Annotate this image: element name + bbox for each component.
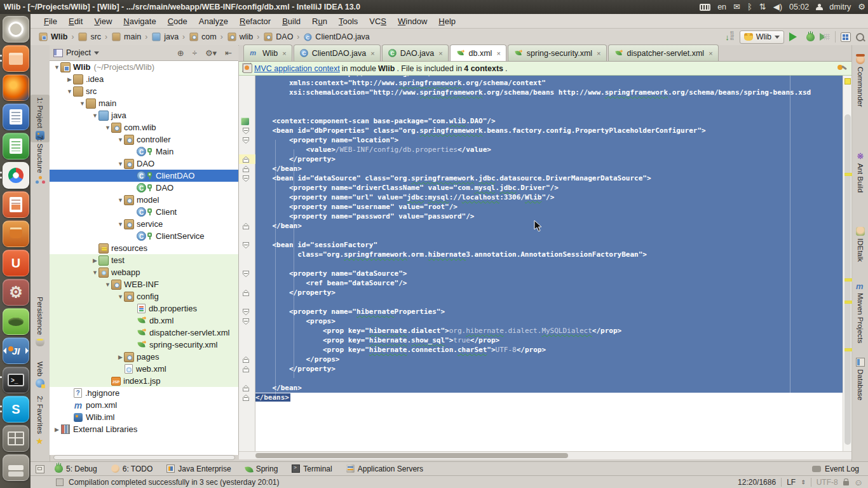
debug-button[interactable] [806,33,815,41]
volume-icon[interactable]: ◀) [773,0,782,14]
tree-expanded-arrow[interactable]: ▼ [92,269,98,276]
libreoffice-writer-launcher-icon[interactable] [3,104,29,130]
keyboard-layout-icon[interactable] [700,4,710,11]
dash-home-launcher-icon[interactable] [3,16,29,43]
code-line[interactable]: </beans> [255,393,843,402]
tree-item-Wlib[interactable]: ▼Wlib(~/Projects/Wlib) [50,61,238,73]
toolwindow-anchor-icon[interactable] [36,465,44,473]
project-structure-button[interactable] [841,32,851,42]
tree-item-web.xml[interactable]: web.xml [50,363,238,375]
warning-tick-icon[interactable] [844,301,852,304]
tree-expanded-arrow[interactable]: ▼ [117,221,124,227]
code-line[interactable]: </property> [255,288,843,297]
tree-item-DAO[interactable]: CDAO [50,182,238,194]
menu-tools[interactable]: Tools [333,17,363,26]
chromium-launcher-icon[interactable] [3,162,29,189]
menu-help[interactable]: Help [433,17,461,26]
code-line[interactable]: <context:component-scan base-package="co… [255,116,843,126]
menu-build[interactable]: Build [276,17,306,26]
tree-item-WEB-INF[interactable]: ▼WEB-INF [50,278,238,290]
tree-item-.hgignore[interactable]: .hgignore [50,387,238,399]
tree-item-resources[interactable]: resources [50,242,238,254]
code-line[interactable]: <property name="dataSource"> [255,269,843,278]
bluetooth-icon[interactable]: ᛒ [747,0,752,14]
breadcrumb-item-main[interactable]: main [110,32,142,42]
tool-stripe-web[interactable]: Web [31,359,50,390]
update-project-icon[interactable]: ↓ [725,32,735,42]
code-line[interactable] [255,97,843,107]
ubuntu-one-launcher-icon[interactable]: U [3,250,29,276]
line-separator[interactable]: LF [787,478,796,487]
code-line[interactable]: <property name="location"> [255,135,843,145]
tool-stripe-idetalk[interactable]: IDEtalk [852,224,868,264]
tree-item-ClientService[interactable]: CClientService [50,230,238,242]
system-settings-launcher-icon[interactable]: ⚙ [3,279,29,306]
project-panel-title[interactable]: Project [66,48,91,57]
tree-expanded-arrow[interactable]: ▼ [104,125,111,131]
tree-collapsed-arrow[interactable]: ▶ [117,354,124,360]
tree-item-test[interactable]: ▶test [50,254,238,266]
tree-collapsed-arrow[interactable]: ▶ [92,257,98,264]
hector-inspector-icon[interactable]: ☺ [854,477,863,488]
code-line[interactable]: xsi:schemaLocation="http://www.springfra… [255,88,843,97]
menu-view[interactable]: View [88,17,118,26]
tree-expanded-arrow[interactable]: ▼ [79,100,86,107]
fold-marker-up[interactable] [243,385,249,391]
tab-close-icon[interactable]: × [370,50,374,57]
tree-expanded-arrow[interactable]: ▼ [117,137,124,143]
tree-expanded-arrow[interactable]: ▼ [117,294,124,300]
tree-item-Wlib.iml[interactable]: Wlib.iml [50,411,238,423]
fold-marker-down[interactable] [243,242,249,248]
event-log-button[interactable]: Event Log [812,464,859,473]
autoscroll-icon[interactable]: ÷ [190,48,200,58]
warning-tick-icon[interactable] [844,278,852,281]
editor-hscrollbar-thumb[interactable] [255,453,568,458]
user-icon[interactable] [816,4,822,10]
code-line[interactable]: <prop key="hibernate.connection.charSet"… [255,345,843,355]
firefox-launcher-icon[interactable] [3,74,29,101]
chevron-down-icon[interactable] [94,51,99,57]
trash-launcher-icon[interactable] [3,454,29,481]
run-configuration-selector[interactable]: Wlib [740,30,784,44]
code-line[interactable]: <bean id="dataSource" class="org.springf… [255,173,843,183]
tool-window-button-java-enterprise[interactable]: Java Enterprise [166,464,231,473]
tool-window-button-5-debug[interactable]: 5: Debug [55,464,97,473]
breadcrumb-item-src[interactable]: src [76,32,102,42]
code-line[interactable]: xmlns:context="http://www.springframewor… [255,78,843,88]
code-line[interactable]: </property> [255,154,843,164]
breadcrumb-item-java[interactable]: java [150,32,180,42]
code-line[interactable]: <property name="password" value="passwor… [255,212,843,221]
editor-gutter[interactable] [239,76,255,451]
tool-stripe-ant-build[interactable]: ※Ant Build [852,149,868,195]
edit-configuration-icon[interactable] [837,64,846,73]
locate-icon[interactable]: ⊕ [175,48,187,58]
tree-collapsed-arrow[interactable]: ▶ [53,426,60,433]
session-gear-icon[interactable]: ⚙ [858,0,865,14]
fold-marker-down[interactable] [243,318,249,325]
code-line[interactable]: <bean id="sessionFactory" [255,240,843,250]
tool-stripe--favorites[interactable]: 2: Favorites★ [31,393,50,448]
tool-stripe-persistence[interactable]: Persistence [31,294,50,349]
tree-expanded-arrow[interactable]: ▼ [92,112,98,119]
tree-item-webapp[interactable]: ▼webapp [50,266,238,278]
tree-item-src[interactable]: ▼src [50,85,238,97]
tree-expanded-arrow[interactable]: ▼ [66,88,73,95]
spring-bean-gutter-icon[interactable] [241,118,249,125]
tab-DAO.java[interactable]: CDAO.java× [382,44,449,61]
inspection-status-icon[interactable] [844,78,851,85]
code-line[interactable]: <prop key="hibernate.dialect">org.hibern… [255,326,843,336]
run-button[interactable] [789,32,801,41]
tree-item-java[interactable]: ▼java [50,109,238,121]
menu-code[interactable]: Code [162,17,193,26]
code-line[interactable] [255,259,843,269]
menu-window[interactable]: Window [392,17,433,26]
code-line[interactable] [255,374,843,383]
code-line[interactable]: </property> [255,364,843,374]
tree-item-External Libraries[interactable]: ▶External Libraries [50,423,238,435]
tree-item-index1.jsp[interactable]: JSPindex1.jsp [50,375,238,387]
tree-collapsed-arrow[interactable]: ▶ [66,76,73,83]
tab-close-icon[interactable]: × [438,50,442,57]
tree-item-spring-security.xml[interactable]: spring-security.xml [50,339,238,351]
fold-marker-up[interactable] [243,290,249,296]
fold-marker-up[interactable] [243,395,249,401]
